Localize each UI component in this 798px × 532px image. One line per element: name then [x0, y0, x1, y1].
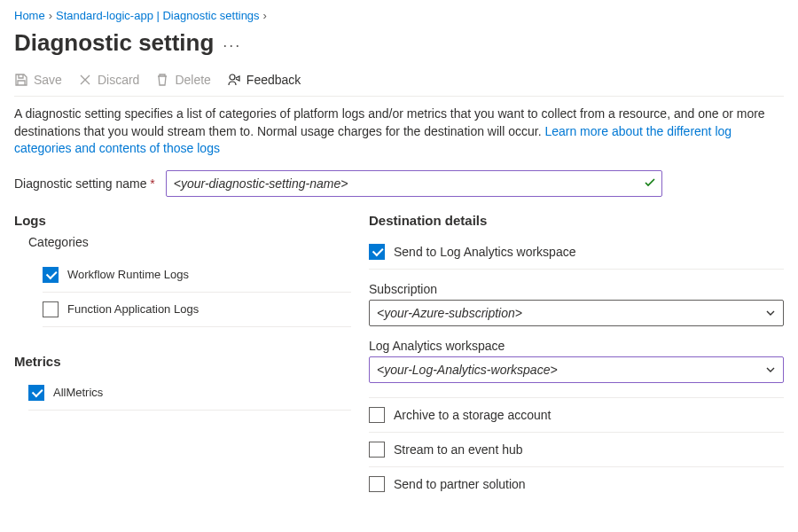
- page-title-row: Diagnostic setting ···: [14, 26, 784, 57]
- save-label: Save: [34, 73, 62, 87]
- chevron-right-icon: ›: [263, 9, 267, 22]
- category-workflow-runtime-logs[interactable]: Workflow Runtime Logs: [43, 258, 351, 293]
- category-function-application-logs[interactable]: Function Application Logs: [43, 293, 351, 327]
- feedback-label: Feedback: [246, 73, 301, 87]
- setting-name-label-text: Diagnostic setting name: [14, 176, 146, 191]
- save-icon: [14, 73, 28, 87]
- breadcrumb-home[interactable]: Home: [14, 9, 45, 22]
- subscription-label: Subscription: [369, 282, 784, 296]
- dest-stream-eventhub[interactable]: Stream to an event hub: [369, 432, 784, 466]
- setting-name-label: Diagnostic setting name *: [14, 176, 155, 191]
- discard-label: Discard: [98, 73, 139, 87]
- close-icon: [78, 73, 92, 87]
- page-title: Diagnostic setting: [14, 29, 214, 57]
- workspace-select[interactable]: <your-Log-Analytics-workspace>: [369, 356, 784, 383]
- trash-icon: [155, 73, 169, 87]
- setting-name-input[interactable]: [166, 170, 662, 197]
- chevron-down-icon: [765, 307, 776, 321]
- more-icon[interactable]: ···: [223, 36, 241, 55]
- categories-label: Categories: [28, 235, 351, 249]
- svg-point-0: [230, 74, 235, 80]
- category-label: Function Application Logs: [67, 302, 199, 316]
- save-button[interactable]: Save: [14, 73, 62, 87]
- dest-log-analytics[interactable]: Send to Log Analytics workspace: [369, 235, 784, 269]
- toolbar: Save Discard Delete Feedback: [14, 67, 784, 97]
- discard-button[interactable]: Discard: [78, 73, 139, 87]
- destination-heading: Destination details: [369, 213, 784, 228]
- dest-label: Archive to a storage account: [394, 408, 551, 422]
- metric-allmetrics[interactable]: AllMetrics: [28, 376, 351, 411]
- dest-label: Send to partner solution: [394, 477, 526, 491]
- delete-label: Delete: [175, 73, 210, 87]
- required-asterisk: *: [150, 176, 154, 191]
- log-analytics-config: Subscription <your-Azure-subscription> L…: [369, 269, 784, 397]
- logs-heading: Logs: [14, 213, 351, 228]
- checkbox-unchecked-icon[interactable]: [369, 407, 385, 423]
- subscription-value: <your-Azure-subscription>: [377, 306, 522, 320]
- delete-button[interactable]: Delete: [155, 73, 210, 87]
- description-text: A diagnostic setting specifies a list of…: [14, 106, 784, 158]
- dest-label: Stream to an event hub: [394, 442, 523, 457]
- dest-archive-storage[interactable]: Archive to a storage account: [369, 397, 784, 432]
- feedback-icon: [227, 73, 241, 87]
- chevron-down-icon: [765, 364, 776, 378]
- checkbox-unchecked-icon[interactable]: [369, 476, 385, 492]
- metric-label: AllMetrics: [53, 386, 103, 399]
- checkbox-checked-icon[interactable]: [28, 385, 44, 401]
- chevron-right-icon: ›: [49, 9, 52, 22]
- subscription-select[interactable]: <your-Azure-subscription>: [369, 300, 784, 326]
- checkbox-checked-icon[interactable]: [369, 244, 385, 260]
- setting-name-row: Diagnostic setting name *: [14, 170, 784, 197]
- checkbox-unchecked-icon[interactable]: [369, 442, 385, 458]
- workspace-value: <your-Log-Analytics-workspace>: [377, 363, 558, 377]
- checkbox-checked-icon[interactable]: [43, 267, 59, 283]
- workspace-label: Log Analytics workspace: [369, 339, 784, 353]
- category-label: Workflow Runtime Logs: [67, 268, 189, 281]
- dest-partner-solution[interactable]: Send to partner solution: [369, 466, 784, 501]
- checkbox-unchecked-icon[interactable]: [43, 301, 59, 317]
- feedback-button[interactable]: Feedback: [227, 73, 301, 87]
- breadcrumb: Home › Standard-logic-app | Diagnostic s…: [14, 9, 784, 22]
- breadcrumb-app[interactable]: Standard-logic-app | Diagnostic settings: [56, 9, 260, 22]
- metrics-heading: Metrics: [14, 354, 351, 369]
- dest-label: Send to Log Analytics workspace: [394, 245, 575, 259]
- checkmark-icon: [643, 176, 657, 192]
